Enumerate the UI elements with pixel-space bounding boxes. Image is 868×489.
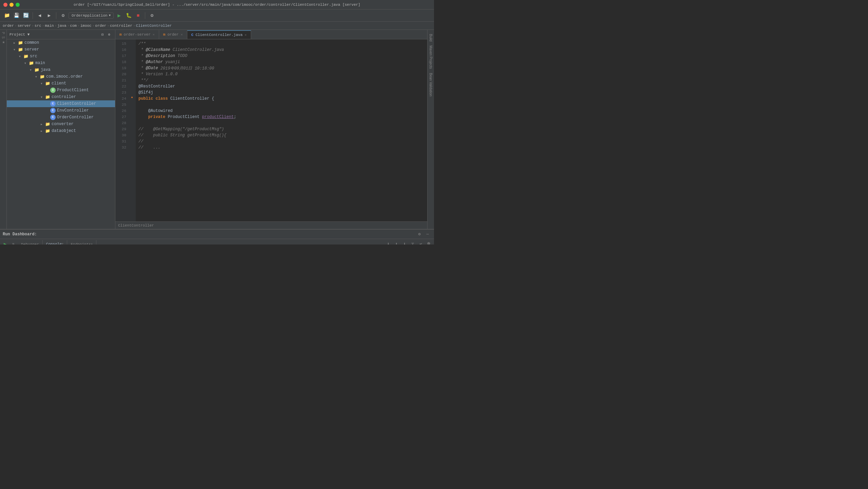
gutter-26 bbox=[129, 108, 135, 114]
code-line-20: * Version 1.0.0 bbox=[138, 71, 424, 77]
run-button[interactable]: ▶ bbox=[115, 12, 123, 20]
tree-item-src[interactable]: ▼ 📁 src bbox=[7, 53, 115, 60]
panel-minimize-icon[interactable]: ─ bbox=[424, 231, 431, 238]
clear-icon[interactable]: 🗑 bbox=[425, 240, 433, 245]
run-configuration[interactable]: OrderApplication ▼ bbox=[69, 13, 114, 19]
gutter-31 bbox=[129, 138, 135, 144]
console-add-icon[interactable]: + bbox=[62, 242, 63, 244]
code-line-15: /** bbox=[138, 41, 424, 47]
close-button[interactable] bbox=[3, 3, 7, 7]
java-interface-icon: I bbox=[50, 87, 56, 93]
tree-item-client[interactable]: ▼ 📁 client bbox=[7, 80, 115, 87]
breadcrumb-src[interactable]: src bbox=[35, 24, 41, 28]
favorites-sidebar-icon[interactable]: ★ bbox=[1, 40, 6, 45]
tree-item-controller[interactable]: ▼ 📁 controller bbox=[7, 94, 115, 100]
code-line-21: **/ bbox=[138, 77, 424, 83]
bean-tab[interactable]: Bean Validation bbox=[428, 72, 433, 98]
right-panel-tabs: Build Maven Projects Bean Validation bbox=[427, 30, 434, 229]
tab-label: order-server bbox=[124, 33, 151, 37]
folder-icon: 📁 bbox=[18, 47, 23, 52]
gutter-22 bbox=[129, 83, 135, 90]
project-icon[interactable]: 📁 bbox=[3, 12, 11, 20]
tree-arrow bbox=[46, 102, 50, 105]
breadcrumb-order[interactable]: order bbox=[3, 24, 14, 28]
code-line-22: @RestController bbox=[138, 83, 424, 90]
tree-arrow: ▼ bbox=[35, 75, 39, 78]
tab-endpoints-label: Endpoints bbox=[71, 242, 91, 244]
tab-close-icon[interactable]: ✕ bbox=[245, 33, 247, 37]
scroll-down-icon[interactable]: ⬇ bbox=[401, 240, 408, 245]
debug-button[interactable]: 🐛 bbox=[125, 12, 133, 20]
tab-order-server[interactable]: m order-server ✕ bbox=[115, 30, 159, 39]
code-content[interactable]: /** * @ClassName ClientController.java *… bbox=[136, 39, 427, 221]
tree-item-server[interactable]: ▼ 📁 server bbox=[7, 46, 115, 53]
back-icon[interactable]: ◀ bbox=[36, 12, 44, 20]
tab-icon: m bbox=[119, 33, 122, 37]
endpoints-add-icon[interactable]: + bbox=[91, 243, 93, 244]
tree-item-common[interactable]: ▶ 📁 common bbox=[7, 39, 115, 46]
breadcrumb-java[interactable]: java bbox=[57, 24, 66, 28]
build-tab[interactable]: Build bbox=[428, 33, 433, 43]
more-icon[interactable]: » bbox=[10, 240, 17, 245]
wrap-icon[interactable]: ↩ bbox=[417, 240, 424, 245]
tab-icon: m bbox=[163, 33, 166, 37]
structure-sidebar-icon[interactable]: S bbox=[1, 36, 6, 39]
tab-debugger[interactable]: Debugger bbox=[18, 240, 43, 244]
breadcrumb-imooc[interactable]: imooc bbox=[80, 24, 92, 28]
tree-label-common: common bbox=[24, 40, 39, 45]
stop-button[interactable]: ■ bbox=[134, 12, 142, 20]
forward-icon[interactable]: ▶ bbox=[45, 12, 53, 20]
tab-order[interactable]: m order ✕ bbox=[159, 30, 187, 39]
breadcrumb-clientcontroller[interactable]: ClientController bbox=[136, 24, 172, 28]
tree-arrow: ▶ bbox=[14, 41, 18, 44]
breadcrumb-server[interactable]: server bbox=[18, 24, 31, 28]
tab-console[interactable]: Console + bbox=[43, 240, 68, 244]
filter-icon[interactable]: ⧖ bbox=[409, 240, 416, 245]
java-class-icon: C bbox=[50, 115, 56, 120]
build-icon[interactable]: ⚙ bbox=[59, 12, 67, 20]
breadcrumb-com[interactable]: com bbox=[70, 24, 77, 28]
folder-icon: 📁 bbox=[23, 54, 29, 59]
breadcrumb-controller[interactable]: controller bbox=[110, 24, 132, 28]
code-editor[interactable]: 15 16 17 18 19 20 21 22 23 24 25 26 27 2… bbox=[115, 39, 427, 221]
tree-item-main[interactable]: ▼ 📁 main bbox=[7, 60, 115, 66]
run-icon[interactable]: ▶ bbox=[1, 240, 9, 245]
tree-item-com-imooc-order[interactable]: ▼ 📁 com.imooc.order bbox=[7, 73, 115, 80]
tree-item-dataobject[interactable]: ▶ 📁 dataobject bbox=[7, 128, 115, 134]
tabs-bar: m order-server ✕ m order ✕ C ClientContr… bbox=[115, 30, 427, 39]
maximize-button[interactable] bbox=[16, 3, 20, 7]
minimize-button[interactable] bbox=[10, 3, 14, 7]
tab-icon: C bbox=[191, 33, 194, 37]
tab-close-icon[interactable]: ✕ bbox=[153, 33, 155, 37]
project-sidebar-icon[interactable]: P bbox=[1, 31, 6, 35]
tree-item-envcontroller[interactable]: C EnvController bbox=[7, 107, 115, 114]
breadcrumb-main[interactable]: main bbox=[45, 24, 54, 28]
sync-icon[interactable]: 🔄 bbox=[22, 12, 30, 20]
breadcrumb-order2[interactable]: order bbox=[95, 24, 106, 28]
tab-clientcontroller[interactable]: C ClientController.java ✕ bbox=[187, 30, 251, 39]
collapse-all-icon[interactable]: ⊟ bbox=[99, 32, 106, 38]
scroll-to-end-icon[interactable]: ⬇ bbox=[384, 240, 392, 245]
settings-project-icon[interactable]: ⚙ bbox=[106, 32, 112, 38]
tree-item-java[interactable]: ▼ 📁 java bbox=[7, 66, 115, 73]
tree-item-converter[interactable]: ▶ 📁 converter bbox=[7, 121, 115, 128]
tree-item-ordercontroller[interactable]: C OrderController bbox=[7, 114, 115, 121]
tree-item-clientcontroller[interactable]: C ClientController bbox=[7, 100, 115, 107]
maven-tab[interactable]: Maven Projects bbox=[428, 44, 433, 70]
gutter-24[interactable]: ● bbox=[129, 96, 135, 102]
project-header: Project ▼ ⊟ ⚙ bbox=[7, 30, 115, 39]
tab-close-icon[interactable]: ✕ bbox=[181, 33, 183, 37]
scroll-up-icon[interactable]: ⬆ bbox=[393, 240, 400, 245]
line-num-21: 21 bbox=[115, 77, 129, 83]
gutter-17 bbox=[129, 53, 135, 59]
code-line-16: * @ClassName ClientController.java bbox=[138, 47, 424, 53]
tree-label-envcontroller: EnvController bbox=[57, 108, 89, 113]
tree-label-dataobject: dataobject bbox=[52, 129, 76, 133]
save-icon[interactable]: 💾 bbox=[12, 12, 20, 20]
gutter: ● bbox=[129, 39, 136, 221]
panel-settings-icon[interactable]: ⚙ bbox=[416, 231, 423, 238]
gutter-28 bbox=[129, 120, 135, 126]
tree-item-productclient[interactable]: I ProductClient bbox=[7, 87, 115, 94]
tab-endpoints[interactable]: Endpoints + bbox=[67, 240, 96, 244]
settings-icon[interactable]: ⚙ bbox=[148, 12, 156, 20]
